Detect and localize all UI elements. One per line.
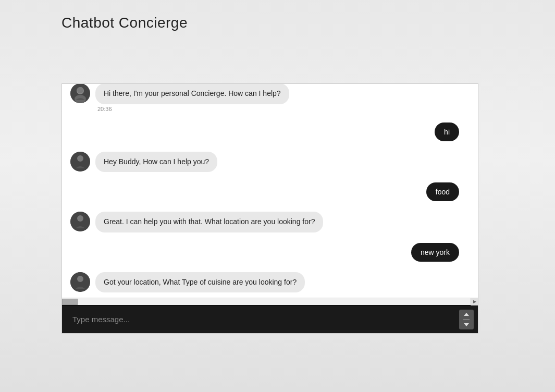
message-row: hi xyxy=(70,123,470,141)
h-scroll-track xyxy=(62,298,471,305)
scroll-up-down-button[interactable] xyxy=(459,310,474,329)
svg-point-5 xyxy=(77,155,83,162)
message-row: Got your location, What Type of cuisine … xyxy=(70,272,470,293)
chat-input-bar xyxy=(62,305,478,333)
chat-container: Hi there, I'm your personal Concierge. H… xyxy=(61,83,478,334)
horizontal-scrollbar[interactable]: ▶ xyxy=(62,298,478,305)
bot-message-wrap: Got your location, What Type of cuisine … xyxy=(95,272,305,293)
bot-bubble: Hi there, I'm your personal Concierge. H… xyxy=(95,84,289,104)
arrow-down-icon xyxy=(464,323,469,326)
avatar xyxy=(70,84,90,103)
message-row: new york xyxy=(70,243,470,262)
bot-message-wrap: Hey Buddy, How can I help you? xyxy=(95,152,217,173)
bot-message-wrap: Hi there, I'm your personal Concierge. H… xyxy=(95,84,289,112)
chat-messages[interactable]: Hi there, I'm your personal Concierge. H… xyxy=(62,84,478,298)
scroll-arrows xyxy=(463,312,470,327)
bot-message-wrap: Great. I can help you with that. What lo… xyxy=(95,212,323,232)
h-scroll-right-button[interactable]: ▶ xyxy=(471,298,478,305)
avatar xyxy=(70,152,90,172)
avatar xyxy=(70,272,90,292)
bot-bubble: Got your location, What Type of cuisine … xyxy=(95,272,305,293)
arrow-up-icon xyxy=(464,313,469,316)
message-timestamp: 20:36 xyxy=(95,106,289,112)
user-bubble: new york xyxy=(411,243,459,262)
user-bubble: food xyxy=(426,182,459,201)
message-row: food xyxy=(70,182,470,201)
user-bubble: hi xyxy=(435,123,459,141)
message-row: Hi there, I'm your personal Concierge. H… xyxy=(70,84,470,112)
avatar xyxy=(70,212,90,231)
message-input[interactable] xyxy=(68,313,459,326)
svg-point-3 xyxy=(77,87,83,93)
svg-point-7 xyxy=(77,215,83,222)
page-title: Chatbot Concierge xyxy=(0,0,555,31)
bot-bubble: Great. I can help you with that. What lo… xyxy=(95,212,323,232)
bot-bubble: Hey Buddy, How can I help you? xyxy=(95,152,217,173)
message-row: Hey Buddy, How can I help you? xyxy=(70,152,470,173)
h-scroll-thumb[interactable] xyxy=(62,299,78,305)
message-row: Great. I can help you with that. What lo… xyxy=(70,212,470,232)
svg-point-9 xyxy=(77,276,83,282)
